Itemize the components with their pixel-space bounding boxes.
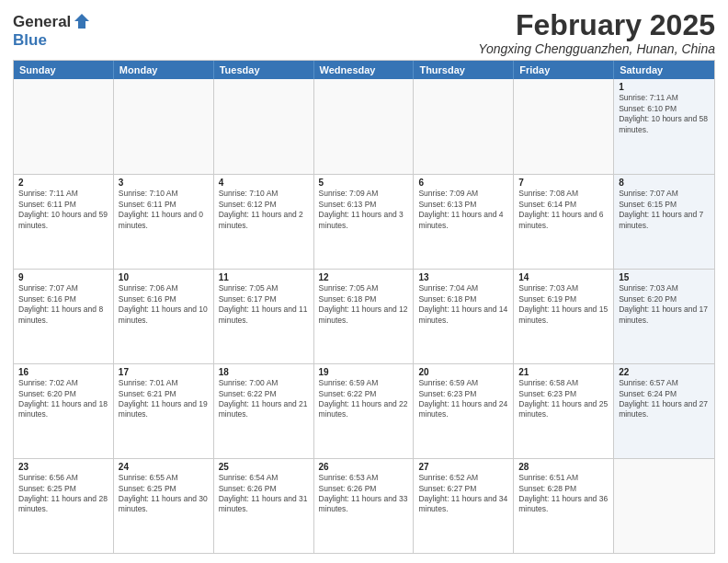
day-number: 16 xyxy=(18,367,108,377)
cell-detail: Sunrise: 7:05 AM Sunset: 6:18 PM Dayligh… xyxy=(319,283,409,326)
cell-detail: Sunrise: 6:57 AM Sunset: 6:24 PM Dayligh… xyxy=(619,378,710,420)
calendar-row: 23Sunrise: 6:56 AM Sunset: 6:25 PM Dayli… xyxy=(14,458,714,553)
day-number: 9 xyxy=(18,272,108,282)
location: Yongxing Chengguanzhen, Hunan, China xyxy=(478,41,715,56)
day-number: 14 xyxy=(518,272,609,282)
cell-detail: Sunrise: 6:53 AM Sunset: 6:26 PM Dayligh… xyxy=(319,473,409,515)
cell-detail: Sunrise: 7:11 AM Sunset: 6:11 PM Dayligh… xyxy=(18,189,108,231)
cell-detail: Sunrise: 7:07 AM Sunset: 6:15 PM Dayligh… xyxy=(619,189,710,231)
weekday-header: Monday xyxy=(114,61,214,79)
day-number: 25 xyxy=(219,462,309,472)
day-number: 17 xyxy=(119,367,209,377)
svg-marker-0 xyxy=(74,14,89,29)
weekday-header: Friday xyxy=(514,61,614,79)
weekday-header: Thursday xyxy=(414,61,514,79)
calendar-row: 16Sunrise: 7:02 AM Sunset: 6:20 PM Dayli… xyxy=(14,363,714,458)
logo: General Blue xyxy=(13,13,91,50)
day-number: 20 xyxy=(418,367,508,377)
day-number: 12 xyxy=(319,272,409,282)
day-number: 24 xyxy=(119,462,209,472)
calendar-cell: 17Sunrise: 7:01 AM Sunset: 6:21 PM Dayli… xyxy=(114,364,214,458)
weekday-header: Sunday xyxy=(14,61,114,79)
calendar-cell: 6Sunrise: 7:09 AM Sunset: 6:13 PM Daylig… xyxy=(414,175,514,269)
calendar-cell: 24Sunrise: 6:55 AM Sunset: 6:25 PM Dayli… xyxy=(114,459,214,553)
cell-detail: Sunrise: 6:56 AM Sunset: 6:25 PM Dayligh… xyxy=(18,473,108,515)
cell-detail: Sunrise: 6:51 AM Sunset: 6:28 PM Dayligh… xyxy=(518,473,609,515)
cell-detail: Sunrise: 7:07 AM Sunset: 6:16 PM Dayligh… xyxy=(18,283,108,326)
calendar-row: 2Sunrise: 7:11 AM Sunset: 6:11 PM Daylig… xyxy=(14,174,714,269)
calendar-cell: 10Sunrise: 7:06 AM Sunset: 6:16 PM Dayli… xyxy=(114,270,214,363)
calendar-cell: 8Sunrise: 7:07 AM Sunset: 6:15 PM Daylig… xyxy=(614,175,714,269)
day-number: 10 xyxy=(119,272,209,282)
calendar-cell: 7Sunrise: 7:08 AM Sunset: 6:14 PM Daylig… xyxy=(514,175,614,269)
weekday-header: Saturday xyxy=(614,61,714,79)
day-number: 26 xyxy=(319,462,409,472)
month-title: February 2025 xyxy=(478,9,715,41)
calendar-cell: 11Sunrise: 7:05 AM Sunset: 6:17 PM Dayli… xyxy=(214,270,314,363)
cell-detail: Sunrise: 6:59 AM Sunset: 6:22 PM Dayligh… xyxy=(319,378,409,420)
cell-detail: Sunrise: 6:54 AM Sunset: 6:26 PM Dayligh… xyxy=(219,473,309,515)
calendar-cell: 28Sunrise: 6:51 AM Sunset: 6:28 PM Dayli… xyxy=(514,459,614,553)
day-number: 15 xyxy=(619,272,710,282)
calendar: SundayMondayTuesdayWednesdayThursdayFrid… xyxy=(13,60,715,554)
weekday-header: Tuesday xyxy=(214,61,314,79)
cell-detail: Sunrise: 6:55 AM Sunset: 6:25 PM Dayligh… xyxy=(119,473,209,515)
cell-detail: Sunrise: 6:58 AM Sunset: 6:23 PM Dayligh… xyxy=(518,378,609,420)
calendar-cell: 20Sunrise: 6:59 AM Sunset: 6:23 PM Dayli… xyxy=(414,364,514,458)
cell-detail: Sunrise: 7:06 AM Sunset: 6:16 PM Dayligh… xyxy=(119,283,209,326)
logo-general: General xyxy=(13,13,71,31)
calendar-cell: 5Sunrise: 7:09 AM Sunset: 6:13 PM Daylig… xyxy=(314,175,415,269)
calendar-cell: 23Sunrise: 6:56 AM Sunset: 6:25 PM Dayli… xyxy=(14,459,114,553)
day-number: 19 xyxy=(319,367,409,377)
cell-detail: Sunrise: 7:03 AM Sunset: 6:20 PM Dayligh… xyxy=(619,283,710,326)
cell-detail: Sunrise: 6:52 AM Sunset: 6:27 PM Dayligh… xyxy=(418,473,508,515)
cell-detail: Sunrise: 7:10 AM Sunset: 6:11 PM Dayligh… xyxy=(119,189,209,231)
cell-detail: Sunrise: 7:09 AM Sunset: 6:13 PM Dayligh… xyxy=(418,189,508,231)
day-number: 5 xyxy=(319,178,409,188)
header: General Blue February 2025 Yongxing Chen… xyxy=(13,9,715,56)
cell-detail: Sunrise: 7:02 AM Sunset: 6:20 PM Dayligh… xyxy=(18,378,108,420)
calendar-header: SundayMondayTuesdayWednesdayThursdayFrid… xyxy=(14,61,714,79)
calendar-cell xyxy=(614,459,714,553)
day-number: 2 xyxy=(18,178,108,188)
calendar-cell: 19Sunrise: 6:59 AM Sunset: 6:22 PM Dayli… xyxy=(314,364,415,458)
day-number: 1 xyxy=(619,82,710,92)
day-number: 11 xyxy=(219,272,309,282)
day-number: 7 xyxy=(518,178,609,188)
cell-detail: Sunrise: 7:04 AM Sunset: 6:18 PM Dayligh… xyxy=(418,283,508,326)
calendar-cell: 14Sunrise: 7:03 AM Sunset: 6:19 PM Dayli… xyxy=(514,270,614,363)
calendar-cell: 12Sunrise: 7:05 AM Sunset: 6:18 PM Dayli… xyxy=(314,270,415,363)
day-number: 27 xyxy=(418,462,508,472)
weekday-header: Wednesday xyxy=(314,61,415,79)
calendar-cell: 22Sunrise: 6:57 AM Sunset: 6:24 PM Dayli… xyxy=(614,364,714,458)
day-number: 8 xyxy=(619,178,710,188)
calendar-cell: 18Sunrise: 7:00 AM Sunset: 6:22 PM Dayli… xyxy=(214,364,314,458)
calendar-cell xyxy=(114,79,214,174)
calendar-cell: 25Sunrise: 6:54 AM Sunset: 6:26 PM Dayli… xyxy=(214,459,314,553)
calendar-cell: 3Sunrise: 7:10 AM Sunset: 6:11 PM Daylig… xyxy=(114,175,214,269)
title-block: February 2025 Yongxing Chengguanzhen, Hu… xyxy=(478,9,715,56)
cell-detail: Sunrise: 7:11 AM Sunset: 6:10 PM Dayligh… xyxy=(619,93,710,135)
cell-detail: Sunrise: 6:59 AM Sunset: 6:23 PM Dayligh… xyxy=(418,378,508,420)
logo-icon xyxy=(73,12,91,30)
day-number: 22 xyxy=(619,367,710,377)
calendar-row: 1Sunrise: 7:11 AM Sunset: 6:10 PM Daylig… xyxy=(14,79,714,174)
day-number: 4 xyxy=(219,178,309,188)
calendar-cell: 27Sunrise: 6:52 AM Sunset: 6:27 PM Dayli… xyxy=(414,459,514,553)
calendar-cell: 21Sunrise: 6:58 AM Sunset: 6:23 PM Dayli… xyxy=(514,364,614,458)
calendar-cell: 4Sunrise: 7:10 AM Sunset: 6:12 PM Daylig… xyxy=(214,175,314,269)
calendar-cell: 9Sunrise: 7:07 AM Sunset: 6:16 PM Daylig… xyxy=(14,270,114,363)
day-number: 3 xyxy=(119,178,209,188)
calendar-cell xyxy=(414,79,514,174)
day-number: 6 xyxy=(418,178,508,188)
calendar-cell xyxy=(314,79,415,174)
calendar-cell: 2Sunrise: 7:11 AM Sunset: 6:11 PM Daylig… xyxy=(14,175,114,269)
cell-detail: Sunrise: 7:05 AM Sunset: 6:17 PM Dayligh… xyxy=(219,283,309,326)
day-number: 28 xyxy=(518,462,609,472)
calendar-cell xyxy=(14,79,114,174)
calendar-cell: 16Sunrise: 7:02 AM Sunset: 6:20 PM Dayli… xyxy=(14,364,114,458)
cell-detail: Sunrise: 7:08 AM Sunset: 6:14 PM Dayligh… xyxy=(518,189,609,231)
cell-detail: Sunrise: 7:03 AM Sunset: 6:19 PM Dayligh… xyxy=(518,283,609,326)
day-number: 21 xyxy=(518,367,609,377)
calendar-cell: 1Sunrise: 7:11 AM Sunset: 6:10 PM Daylig… xyxy=(614,79,714,174)
